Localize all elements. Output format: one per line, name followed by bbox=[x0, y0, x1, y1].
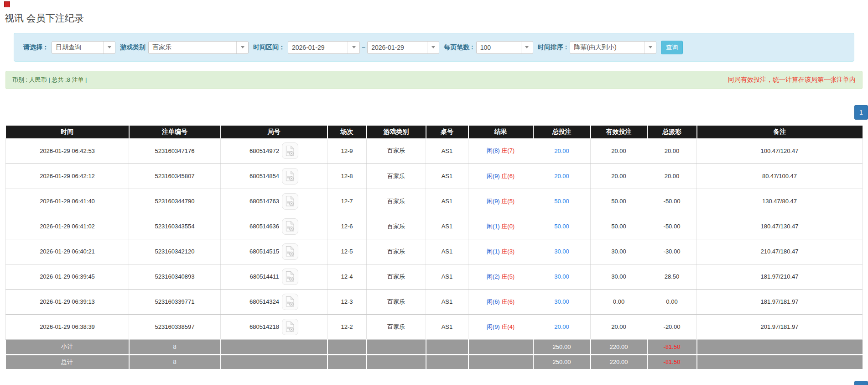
page-size-select[interactable]: 100 bbox=[476, 41, 533, 54]
filter-bar: 请选择： 日期查询 游戏类别 百家乐 时间区间： 2026-01-29 ~ 20… bbox=[14, 33, 854, 62]
footer-cell bbox=[468, 354, 533, 369]
total-bet-link[interactable]: 20.00 bbox=[554, 323, 569, 330]
footer-cell bbox=[426, 354, 468, 369]
video-replay-icon bbox=[285, 170, 295, 182]
table-header-row: 时间注单编号局号场次游戏类别桌号结果总投注有效投注总派彩备注 bbox=[6, 126, 863, 138]
broken-image-marker bbox=[4, 1, 10, 7]
total-bet-link[interactable]: 30.00 bbox=[554, 273, 569, 280]
chevron-down-icon[interactable] bbox=[348, 42, 359, 53]
cell-total-bet: 30.00 bbox=[533, 239, 591, 264]
footer-payout: -81.50 bbox=[647, 339, 697, 354]
result-player: 闲(2) bbox=[487, 273, 500, 280]
cell-round: 680514854 bbox=[221, 163, 327, 189]
result-player: 闲(1) bbox=[487, 223, 500, 230]
cell-result: 闲(9) 庄(6) bbox=[468, 163, 533, 189]
video-replay-button[interactable] bbox=[282, 319, 298, 335]
chevron-down-icon[interactable] bbox=[644, 42, 656, 53]
round-number: 680514324 bbox=[249, 298, 279, 305]
search-button[interactable]: 查询 bbox=[661, 41, 683, 54]
chevron-down-icon[interactable] bbox=[103, 42, 115, 53]
video-replay-icon bbox=[285, 296, 295, 307]
video-replay-button[interactable] bbox=[282, 294, 298, 310]
cell-game-type: 百家乐 bbox=[367, 163, 426, 189]
bet-records-table: 时间注单编号局号场次游戏类别桌号结果总投注有效投注总派彩备注 2026-01-2… bbox=[5, 126, 863, 370]
cell-round: 680514218 bbox=[221, 314, 327, 339]
table-row: 2026-01-29 06:39:45523160340893680514411… bbox=[6, 264, 863, 289]
page-button-1[interactable]: 1 bbox=[854, 381, 868, 385]
video-replay-button[interactable] bbox=[282, 193, 298, 210]
cell-session: 12-8 bbox=[327, 163, 367, 189]
cell-result: 闲(2) 庄(5) bbox=[468, 264, 533, 289]
page-size-label: 每页笔数 : bbox=[444, 43, 473, 52]
total-bet-link[interactable]: 20.00 bbox=[554, 173, 569, 179]
total-bet-link[interactable]: 50.00 bbox=[554, 223, 569, 230]
cell-total-bet: 30.00 bbox=[533, 289, 591, 314]
total-bet-link[interactable]: 30.00 bbox=[554, 298, 569, 305]
cell-table-no: AS1 bbox=[426, 163, 468, 189]
footer-cell bbox=[221, 354, 327, 369]
total-bet-link[interactable]: 30.00 bbox=[554, 248, 569, 255]
table-row: 2026-01-29 06:38:39523160338597680514218… bbox=[6, 314, 863, 339]
footer-cell bbox=[367, 354, 426, 369]
cell-payout: 28.50 bbox=[647, 264, 697, 289]
footer-cell bbox=[468, 339, 533, 354]
video-replay-button[interactable] bbox=[282, 218, 298, 235]
cell-bet-id: 523160340893 bbox=[129, 264, 221, 289]
cell-round: 680514636 bbox=[221, 214, 327, 239]
cell-round: 680514763 bbox=[221, 189, 327, 214]
total-bet-link[interactable]: 20.00 bbox=[554, 148, 569, 154]
chevron-down-icon[interactable] bbox=[427, 42, 439, 53]
result-player: 闲(1) bbox=[487, 248, 500, 255]
time-sort-select[interactable]: 降冪(由大到小) bbox=[570, 41, 656, 54]
column-header: 总投注 bbox=[533, 126, 591, 138]
cell-time: 2026-01-29 06:42:53 bbox=[6, 138, 129, 163]
video-replay-button[interactable] bbox=[282, 168, 298, 185]
result-banker: 庄(5) bbox=[501, 273, 515, 280]
table-row: 2026-01-29 06:42:12523160345807680514854… bbox=[6, 163, 863, 189]
cell-remark: 100.47/120.47 bbox=[697, 138, 863, 163]
page-button-1[interactable]: 1 bbox=[854, 105, 868, 120]
column-header: 游戏类别 bbox=[367, 126, 426, 138]
chevron-down-icon[interactable] bbox=[521, 42, 533, 53]
pagination-bottom: 1 bbox=[0, 381, 868, 385]
round-number: 680514411 bbox=[249, 273, 279, 280]
cell-round: 680514515 bbox=[221, 239, 327, 264]
chevron-down-icon[interactable] bbox=[236, 42, 248, 53]
cell-result: 闲(1) 庄(0) bbox=[468, 214, 533, 239]
result-banker: 庄(6) bbox=[501, 298, 515, 305]
date-to-select[interactable]: 2026-01-29 bbox=[367, 41, 439, 54]
pagination-top: 1 bbox=[0, 105, 868, 120]
cell-valid-bet: 50.00 bbox=[591, 189, 647, 214]
footer-cell bbox=[327, 339, 367, 354]
column-header: 场次 bbox=[327, 126, 367, 138]
query-type-select[interactable]: 日期查询 bbox=[52, 41, 115, 54]
round-number: 680514218 bbox=[249, 323, 279, 330]
video-replay-icon bbox=[285, 246, 295, 257]
subtotal-row: 小计8250.00220.00-81.50 bbox=[6, 339, 863, 354]
cell-session: 12-5 bbox=[327, 239, 367, 264]
result-banker: 庄(4) bbox=[501, 323, 515, 330]
cell-bet-id: 523160343554 bbox=[129, 214, 221, 239]
result-banker: 庄(5) bbox=[501, 198, 515, 205]
game-type-select[interactable]: 百家乐 bbox=[148, 41, 249, 54]
video-replay-button[interactable] bbox=[282, 142, 298, 159]
cell-remark: 181.97/210.47 bbox=[697, 264, 863, 289]
video-replay-button[interactable] bbox=[282, 243, 298, 260]
cell-bet-id: 523160342120 bbox=[129, 239, 221, 264]
page-size-value: 100 bbox=[477, 42, 521, 53]
date-range-label: 时间区间： bbox=[253, 43, 285, 52]
cell-valid-bet: 50.00 bbox=[591, 214, 647, 239]
date-from-select[interactable]: 2026-01-29 bbox=[288, 41, 360, 54]
result-player: 闲(9) bbox=[487, 323, 500, 330]
cell-time: 2026-01-29 06:40:21 bbox=[6, 239, 129, 264]
total-bet-link[interactable]: 50.00 bbox=[554, 198, 569, 205]
video-replay-button[interactable] bbox=[282, 269, 298, 285]
footer-total-bet: 250.00 bbox=[533, 339, 591, 354]
footer-remark bbox=[697, 354, 863, 369]
cell-time: 2026-01-29 06:39:13 bbox=[6, 289, 129, 314]
cell-result: 闲(1) 庄(3) bbox=[468, 239, 533, 264]
cell-bet-id: 523160338597 bbox=[129, 314, 221, 339]
cell-session: 12-6 bbox=[327, 214, 367, 239]
cell-result: 闲(6) 庄(6) bbox=[468, 289, 533, 314]
video-replay-icon bbox=[285, 271, 295, 282]
